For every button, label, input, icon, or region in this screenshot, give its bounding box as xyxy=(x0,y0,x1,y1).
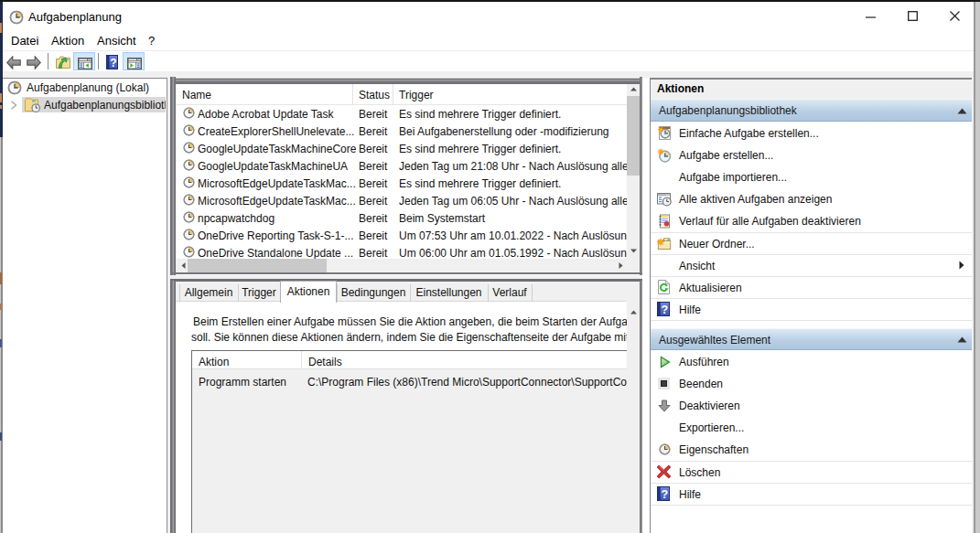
svg-text:?: ? xyxy=(661,488,668,501)
svg-text:?: ? xyxy=(110,57,116,69)
svg-text:?: ? xyxy=(661,304,668,316)
